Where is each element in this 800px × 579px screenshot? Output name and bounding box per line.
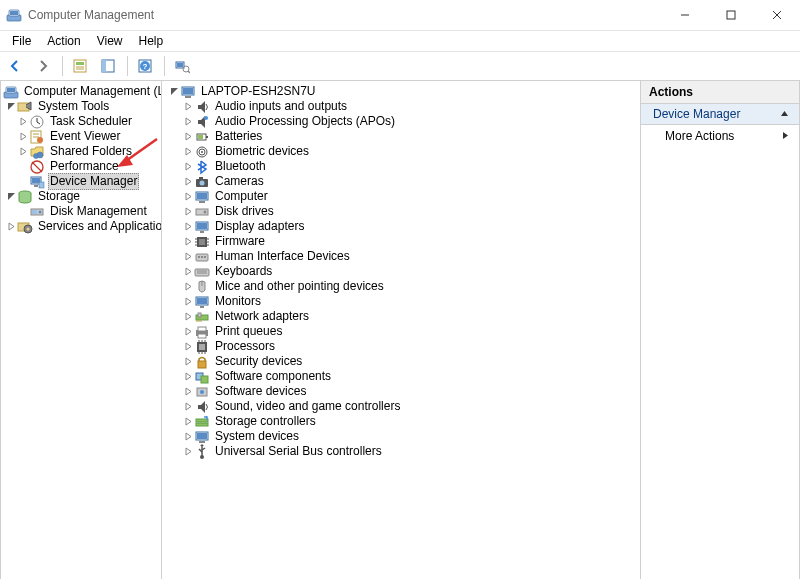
expand-icon[interactable] (168, 86, 180, 98)
device-category-icon (194, 234, 210, 250)
device-root[interactable]: LAPTOP-ESH2SN7U (168, 84, 640, 99)
device-category[interactable]: Sound, video and game controllers (168, 399, 640, 414)
expand-icon[interactable] (182, 221, 194, 233)
device-category[interactable]: Software components (168, 369, 640, 384)
forward-button[interactable] (30, 53, 56, 79)
device-category[interactable]: Mice and other pointing devices (168, 279, 640, 294)
scan-hardware-button[interactable] (169, 53, 195, 79)
collapse-icon (780, 107, 789, 121)
device-category[interactable]: Security devices (168, 354, 640, 369)
toolbar: ? (0, 51, 800, 81)
expand-icon[interactable] (182, 146, 194, 158)
properties-button[interactable] (67, 53, 93, 79)
actions-group-device-manager[interactable]: Device Manager (641, 104, 799, 125)
tree-storage[interactable]: Storage (3, 189, 161, 204)
device-category[interactable]: Biometric devices (168, 144, 640, 159)
device-category[interactable]: Universal Serial Bus controllers (168, 444, 640, 459)
device-label: System devices (213, 429, 301, 444)
device-category[interactable]: Firmware (168, 234, 640, 249)
device-category[interactable]: System devices (168, 429, 640, 444)
device-label: Bluetooth (213, 159, 268, 174)
expand-icon[interactable] (17, 116, 29, 128)
back-button[interactable] (2, 53, 28, 79)
expand-icon[interactable] (182, 191, 194, 203)
tree-label: Device Manager (48, 173, 139, 190)
menu-help[interactable]: Help (131, 31, 172, 51)
device-category[interactable]: Processors (168, 339, 640, 354)
expand-icon[interactable] (182, 281, 194, 293)
device-label: Software components (213, 369, 333, 384)
maximize-button[interactable] (708, 0, 754, 30)
computer-icon (180, 84, 196, 100)
device-category[interactable]: Print queues (168, 324, 640, 339)
tree-performance[interactable]: Performance (3, 159, 161, 174)
tree-task-scheduler[interactable]: Task Scheduler (3, 114, 161, 129)
svg-rect-77 (201, 256, 203, 258)
expand-icon[interactable] (182, 341, 194, 353)
actions-more-actions[interactable]: More Actions (641, 125, 799, 147)
device-category[interactable]: Monitors (168, 294, 640, 309)
expand-icon[interactable] (182, 131, 194, 143)
details-pane[interactable]: LAPTOP-ESH2SN7U Audio inputs and outputs… (162, 81, 641, 579)
tree-services-apps[interactable]: Services and Applications (3, 219, 161, 234)
device-category[interactable]: Audio inputs and outputs (168, 99, 640, 114)
expand-icon[interactable] (5, 101, 17, 113)
device-category[interactable]: Bluetooth (168, 159, 640, 174)
menu-view[interactable]: View (89, 31, 131, 51)
toolbar-separator (127, 56, 128, 76)
event-viewer-icon (29, 129, 45, 145)
device-category-icon (194, 99, 210, 115)
expand-icon[interactable] (182, 296, 194, 308)
expand-icon[interactable] (182, 326, 194, 338)
expand-icon[interactable] (182, 446, 194, 458)
device-category[interactable]: Disk drives (168, 204, 640, 219)
expand-icon[interactable] (182, 266, 194, 278)
device-category[interactable]: Audio Processing Objects (APOs) (168, 114, 640, 129)
device-category[interactable]: Software devices (168, 384, 640, 399)
device-category[interactable]: Display adapters (168, 219, 640, 234)
expand-icon[interactable] (182, 251, 194, 263)
expand-icon[interactable] (17, 131, 29, 143)
device-category[interactable]: Network adapters (168, 309, 640, 324)
device-label: Audio Processing Objects (APOs) (213, 114, 397, 129)
tree-device-manager[interactable]: Device Manager (3, 174, 161, 189)
device-category[interactable]: Batteries (168, 129, 640, 144)
device-category[interactable]: Storage controllers (168, 414, 640, 429)
device-category[interactable]: Cameras (168, 174, 640, 189)
expand-icon[interactable] (182, 371, 194, 383)
tree-event-viewer[interactable]: Event Viewer (3, 129, 161, 144)
help-button[interactable]: ? (132, 53, 158, 79)
svg-text:?: ? (143, 62, 148, 71)
tree-root[interactable]: Computer Management (Local) (3, 84, 161, 99)
expand-icon[interactable] (182, 386, 194, 398)
expand-icon[interactable] (182, 431, 194, 443)
expand-icon[interactable] (182, 356, 194, 368)
minimize-button[interactable] (662, 0, 708, 30)
expand-icon[interactable] (182, 176, 194, 188)
menu-file[interactable]: File (4, 31, 39, 51)
close-button[interactable] (754, 0, 800, 30)
expand-icon[interactable] (182, 101, 194, 113)
expand-icon[interactable] (182, 311, 194, 323)
expand-icon[interactable] (182, 236, 194, 248)
device-category[interactable]: Keyboards (168, 264, 640, 279)
show-hide-tree-button[interactable] (95, 53, 121, 79)
svg-rect-102 (198, 361, 206, 368)
menu-action[interactable]: Action (39, 31, 88, 51)
svg-rect-60 (197, 193, 207, 199)
expand-icon[interactable] (5, 221, 17, 233)
tree-system-tools[interactable]: System Tools (3, 99, 161, 114)
performance-icon (29, 159, 45, 175)
console-tree-pane[interactable]: Computer Management (Local) System Tools… (0, 81, 162, 579)
device-category[interactable]: Computer (168, 189, 640, 204)
expand-icon[interactable] (182, 116, 194, 128)
tree-shared-folders[interactable]: Shared Folders (3, 144, 161, 159)
expand-icon[interactable] (182, 401, 194, 413)
expand-icon[interactable] (182, 206, 194, 218)
expand-icon[interactable] (17, 146, 29, 158)
tree-disk-management[interactable]: Disk Management (3, 204, 161, 219)
device-category[interactable]: Human Interface Devices (168, 249, 640, 264)
expand-icon[interactable] (182, 161, 194, 173)
expand-icon[interactable] (182, 416, 194, 428)
expand-icon[interactable] (5, 191, 17, 203)
